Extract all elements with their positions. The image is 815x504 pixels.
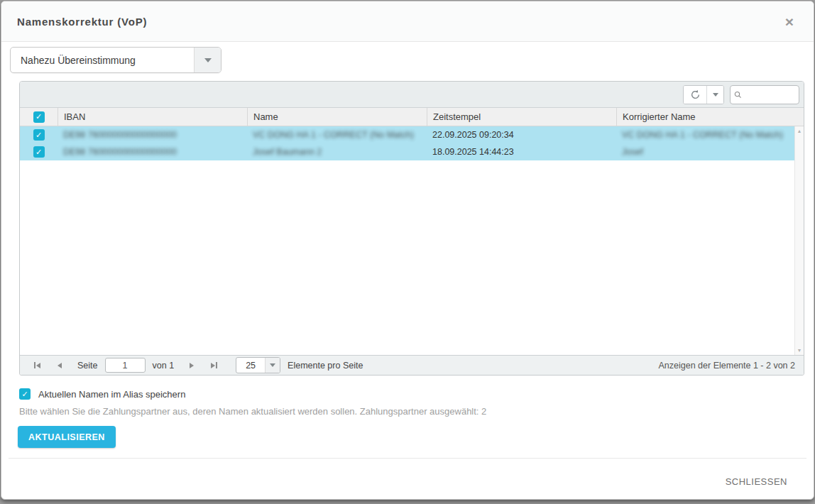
- page-number-input[interactable]: [105, 358, 146, 373]
- refresh-options-button[interactable]: [706, 86, 723, 104]
- footer-divider: [9, 458, 806, 459]
- cell-name: VC DONG HA 1 - CORRECT (No Match): [247, 126, 427, 143]
- last-page-button[interactable]: [202, 362, 226, 368]
- page-count-label: von 1: [146, 361, 182, 371]
- row-checkbox[interactable]: ✓: [33, 129, 45, 141]
- refresh-icon: [690, 89, 701, 100]
- match-type-value: Nahezu Übereinstimmung: [11, 48, 194, 72]
- cell-zeitstempel: 22.09.2025 09:20:34: [427, 126, 616, 143]
- cell-zeitstempel: 18.09.2025 14:44:23: [427, 143, 616, 160]
- grid-toolbar: [20, 82, 804, 108]
- match-type-dropdown[interactable]: Nahezu Übereinstimmung: [10, 47, 221, 73]
- redacted-name: VC DONG HA 1 - CORRECT (No Match): [253, 130, 414, 140]
- first-page-icon: [34, 362, 35, 368]
- dropdown-trigger[interactable]: [194, 48, 221, 72]
- chevron-down-icon: [713, 93, 718, 97]
- vertical-scrollbar[interactable]: ▲ ▼: [794, 126, 804, 355]
- redacted-iban: DE98 760000000000000000: [63, 130, 177, 140]
- cell-iban: DE98 760000000000000000: [58, 143, 247, 160]
- search-input[interactable]: [745, 89, 795, 99]
- page-label: Seite: [70, 361, 105, 371]
- triangle-left-icon: [58, 363, 62, 368]
- refresh-button[interactable]: [684, 86, 706, 104]
- last-page-icon: [216, 362, 217, 368]
- grid-rows: ✓ DE98 760000000000000000 VC DONG HA 1 -…: [20, 126, 794, 160]
- namenskorrektur-dialog: Namenskorrektur (VoP) × Nahezu Übereinst…: [1, 1, 814, 500]
- grid-search[interactable]: [730, 85, 799, 104]
- column-header-name[interactable]: Name: [247, 108, 427, 126]
- table-row[interactable]: ✓ DE98 760000000000000000 VC DONG HA 1 -…: [20, 126, 794, 143]
- column-header-korrigierter-name[interactable]: Korrigierter Name: [616, 108, 804, 126]
- row-checkbox-cell: ✓: [20, 143, 58, 160]
- close-button[interactable]: SCHLIESSEN: [726, 476, 787, 487]
- toolbar-button-group: [683, 85, 724, 104]
- grid-body: ✓ DE98 760000000000000000 VC DONG HA 1 -…: [20, 126, 804, 355]
- alias-option-row: ✓ Aktuellen Namen im Alias speichern: [19, 388, 185, 400]
- grid-header-row: ✓ IBAN Name Zeitstempel Korrigierter Nam…: [20, 108, 804, 126]
- dialog-header: Namenskorrektur (VoP) ×: [1, 1, 814, 42]
- row-checkbox[interactable]: ✓: [33, 146, 45, 158]
- page-size-trigger[interactable]: [265, 358, 280, 373]
- results-grid: ✓ IBAN Name Zeitstempel Korrigierter Nam…: [19, 81, 804, 376]
- cell-korrigierter-name: Josef: [616, 143, 794, 160]
- items-per-page-label: Elemente pro Seite: [280, 361, 363, 371]
- page-size-select[interactable]: 25: [236, 357, 280, 373]
- page-size-value: 25: [236, 358, 265, 373]
- alias-checkbox-label[interactable]: Aktuellen Namen im Alias speichern: [38, 389, 185, 400]
- grid-pagination-bar: Seite von 1 25 Elemente pro Seite Anzeig…: [20, 355, 804, 375]
- next-page-button[interactable]: [181, 363, 202, 368]
- row-checkbox-cell: ✓: [20, 126, 58, 143]
- search-icon: [734, 90, 742, 99]
- update-button[interactable]: AKTUALISIEREN: [18, 426, 116, 448]
- triangle-right-icon: [190, 363, 194, 368]
- redacted-name: Josef Baumann 2: [253, 147, 322, 157]
- triangle-left-icon: [36, 363, 40, 368]
- scroll-down-icon[interactable]: ▼: [797, 348, 802, 353]
- close-icon[interactable]: ×: [781, 13, 798, 31]
- column-header-zeitstempel[interactable]: Zeitstempel: [427, 108, 616, 126]
- chevron-down-icon: [204, 58, 212, 62]
- cell-korrigierter-name: VC DONG HA 1 - CORRECT (No Match): [616, 126, 794, 143]
- previous-page-button[interactable]: [49, 363, 70, 368]
- pagination-status: Anzeigen der Elemente 1 - 2 von 2: [659, 361, 798, 371]
- column-header-iban[interactable]: IBAN: [58, 108, 247, 126]
- triangle-right-icon: [211, 363, 215, 368]
- redacted-corrected-name: VC DONG HA 1 - CORRECT (No Match): [622, 130, 783, 140]
- chevron-down-icon: [270, 363, 275, 367]
- dialog-title: Namenskorrektur (VoP): [17, 16, 147, 28]
- alias-checkbox[interactable]: ✓: [19, 388, 31, 400]
- cell-iban: DE98 760000000000000000: [58, 126, 247, 143]
- scroll-up-icon[interactable]: ▲: [797, 128, 802, 133]
- first-page-button[interactable]: [26, 362, 49, 368]
- table-row[interactable]: ✓ DE98 760000000000000000 Josef Baumann …: [20, 143, 794, 160]
- cell-name: Josef Baumann 2: [247, 143, 427, 160]
- redacted-corrected-name: Josef: [622, 147, 643, 157]
- selection-hint-text: Bitte wählen Sie die Zahlungspartner aus…: [19, 406, 486, 417]
- select-all-checkbox[interactable]: ✓: [33, 111, 45, 123]
- redacted-iban: DE98 760000000000000000: [63, 147, 177, 157]
- select-all-cell: ✓: [20, 108, 58, 126]
